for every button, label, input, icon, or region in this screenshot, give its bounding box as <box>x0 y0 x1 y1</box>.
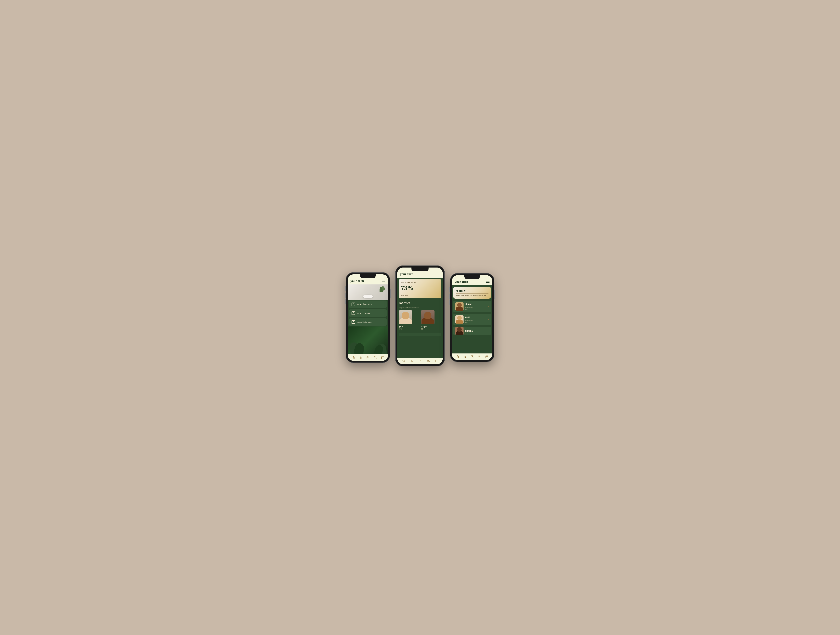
phone-center: your turn your progress this week 73% vi… <box>395 266 445 366</box>
roomie-info-staijah: staijah roomie since2020 <box>465 303 486 310</box>
svg-point-11 <box>428 360 428 361</box>
task-item-master[interactable]: master bathroom <box>349 301 387 308</box>
app-title-center: your turn <box>400 272 414 276</box>
phone-right: your turn roomies sharing space, sharing… <box>450 273 494 362</box>
right-content: roomies sharing space, sharing life, the… <box>452 285 492 353</box>
svg-rect-12 <box>436 360 438 363</box>
nav-tasks-left[interactable] <box>366 356 370 359</box>
nav-chart-center[interactable] <box>410 359 414 363</box>
bottom-nav-left <box>348 354 388 361</box>
notch-center <box>412 268 428 271</box>
nav-home-right[interactable] <box>456 355 459 359</box>
svg-rect-4 <box>382 356 384 359</box>
sink-decoration <box>363 295 373 298</box>
app-title-right: your turn <box>455 280 468 283</box>
roomie-info-gabe: gabe roomie since2022 <box>465 316 486 323</box>
task-label-shared: shared bathroom <box>357 321 371 323</box>
bottom-nav-right <box>452 353 492 360</box>
svg-point-19 <box>478 356 480 356</box>
nav-calendar-center[interactable] <box>435 359 439 363</box>
task-item-guest[interactable]: guest bathroom <box>349 309 387 317</box>
roomie-list-name-gabe: gabe <box>465 316 486 318</box>
roomies-section: roomies progress for this week's tasks <box>399 301 441 330</box>
chevron-staijah: › <box>488 305 489 308</box>
nav-people-center[interactable] <box>426 359 430 363</box>
phone-left: your turn master bathroom <box>346 272 390 363</box>
roomie-list-name-ximena: ximena <box>465 329 489 332</box>
roomies-card-subtitle: sharing space, sharing life, they're her… <box>456 295 488 296</box>
roomie-name-divider-staijah <box>465 306 475 306</box>
roomies-divider <box>399 306 441 306</box>
view-tasks-link[interactable]: view tasks <box>401 294 439 296</box>
roomie-since-staijah: roomie since2020 <box>465 307 486 310</box>
roomie-photo-staijah <box>421 310 434 324</box>
avatar-gabe <box>455 315 464 323</box>
avatar-staijah <box>455 302 464 310</box>
checkbox-guest[interactable] <box>352 312 355 315</box>
nav-calendar-right[interactable] <box>485 355 489 359</box>
checkbox-master[interactable] <box>352 302 355 306</box>
menu-button-left[interactable] <box>382 280 385 282</box>
phone-right-screen: your turn roomies sharing space, sharing… <box>452 275 492 360</box>
nav-tasks-center[interactable] <box>418 359 422 363</box>
svg-point-3 <box>374 356 376 357</box>
nav-home-center[interactable] <box>401 359 405 363</box>
svg-rect-20 <box>486 356 488 358</box>
nav-chart-left[interactable] <box>359 356 362 359</box>
bottom-nav-center <box>397 358 443 364</box>
roomie-name-gabe: gabe <box>399 325 403 328</box>
roomies-subtitle: progress for this week's tasks <box>399 307 441 309</box>
phones-container: your turn master bathroom <box>346 267 494 368</box>
roomies-card-right: roomies sharing space, sharing life, the… <box>453 287 491 299</box>
roomie-list-name-staijah: staijah <box>465 303 486 306</box>
nav-tasks-right[interactable] <box>470 355 474 359</box>
progress-card: your progress this week 73% view tasks <box>399 279 441 298</box>
phone-left-screen: your turn master bathroom <box>348 274 388 361</box>
roomie-card-gabe[interactable]: gabe 59% <box>399 310 419 330</box>
task-item-shared[interactable]: shared bathroom <box>349 318 387 326</box>
roomie-list-staijah[interactable]: staijah roomie since2020 › <box>453 301 491 312</box>
tasks-list: master bathroom guest bathroom shared ba… <box>348 300 388 354</box>
roomie-list-ximena[interactable]: ximena <box>453 327 491 335</box>
nav-home-left[interactable] <box>351 356 355 359</box>
task-label-guest: guest bathroom <box>357 312 371 315</box>
roomie-name-divider-gabe <box>465 319 475 319</box>
chevron-gabe: › <box>488 318 489 321</box>
roomies-card-title: roomies <box>456 289 488 293</box>
progress-label: your progress this week <box>401 281 439 283</box>
roomie-card-staijah[interactable]: staijah 43% <box>421 310 441 330</box>
notch-right <box>464 275 480 279</box>
roomie-name-staijah: staijah <box>421 325 427 328</box>
nav-calendar-left[interactable] <box>381 356 384 359</box>
roomie-since-gabe: roomie since2022 <box>465 320 486 323</box>
roomie-info-ximena: ximena <box>465 329 489 332</box>
nav-people-left[interactable] <box>373 356 377 359</box>
roomie-list-gabe[interactable]: gabe roomie since2022 › <box>453 314 491 325</box>
task-label-master: master bathroom <box>357 303 372 306</box>
scroll-indicator <box>399 333 441 336</box>
plants-image <box>348 326 388 354</box>
center-content: your progress this week 73% view tasks r… <box>397 278 443 358</box>
avatar-ximena <box>455 327 464 335</box>
roomie-percent-staijah: 43% <box>421 328 424 330</box>
roomie-photo-gabe <box>399 310 412 324</box>
progress-percent: 73% <box>401 284 439 291</box>
notch-left <box>360 274 376 278</box>
nav-chart-right[interactable] <box>463 355 467 359</box>
app-title-left: your turn <box>351 279 364 283</box>
checkbox-shared[interactable] <box>352 320 355 324</box>
menu-button-right[interactable] <box>486 281 489 283</box>
roomies-grid: gabe 59% staijah <box>399 310 441 330</box>
nav-people-right[interactable] <box>478 355 481 359</box>
roomies-title: roomies <box>399 301 441 305</box>
roomie-percent-gabe: 59% <box>399 328 402 330</box>
bathroom-image <box>348 285 388 300</box>
phone-center-screen: your turn your progress this week 73% vi… <box>397 268 443 364</box>
menu-button-center[interactable] <box>437 273 440 275</box>
